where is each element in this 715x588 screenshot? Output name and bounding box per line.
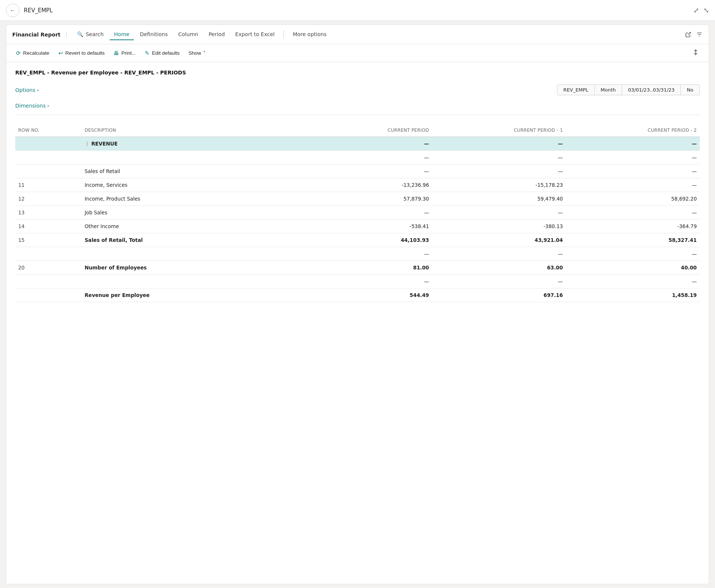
cell-current-period: — xyxy=(317,206,432,220)
cell-current-period-2: — xyxy=(566,247,700,261)
col-header-current-period-1: CURRENT PERIOD - 1 xyxy=(432,124,566,137)
report-heading: REV_EMPL - Revenue per Employee - REV_EM… xyxy=(15,70,700,76)
cell-current-period-1: 63.00 xyxy=(432,261,566,275)
option-badge-date-range[interactable]: 03/01/23..03/31/23 xyxy=(622,84,681,95)
cell-row-no xyxy=(15,151,81,164)
drag-handle-icon[interactable]: ⋮ xyxy=(84,141,90,147)
fullscreen-icon[interactable]: ⤡ xyxy=(703,6,709,14)
cell-current-period: -538.41 xyxy=(317,220,432,233)
table-row: 15Sales of Retail, Total44,103.9343,921.… xyxy=(15,233,700,247)
action-bar: ⟳ Recalculate ↩ Revert to defaults 🖶 Pri… xyxy=(6,44,709,62)
cell-current-period-2: 40.00 xyxy=(566,261,700,275)
recalculate-button[interactable]: ⟳ Recalculate xyxy=(12,48,53,58)
pin-button[interactable] xyxy=(689,47,703,59)
cell-row-no: 11 xyxy=(15,178,81,192)
title-bar-right: ⤢ ⤡ xyxy=(693,6,709,14)
options-row: Options › REV_EMPL Month 03/01/23..03/31… xyxy=(15,84,700,95)
cell-row-no: 13 xyxy=(15,206,81,220)
cell-row-no xyxy=(15,137,81,151)
nav-item-home[interactable]: Home xyxy=(110,29,134,40)
nav-item-search[interactable]: 🔍 Search xyxy=(73,29,108,40)
cell-current-period-2: — xyxy=(566,178,700,192)
edit-defaults-button[interactable]: ✎ Edit defaults xyxy=(141,48,183,58)
cell-current-period-1: 43,921.04 xyxy=(432,233,566,247)
table-row: 13Job Sales——— xyxy=(15,206,700,220)
search-icon: 🔍 xyxy=(77,31,83,37)
cell-current-period-1: — xyxy=(432,206,566,220)
cell-row-no xyxy=(15,164,81,178)
print-icon: 🖶 xyxy=(113,50,119,56)
show-button[interactable]: Show ˅ xyxy=(185,48,210,58)
cell-current-period-2: — xyxy=(566,206,700,220)
print-button[interactable]: 🖶 Print... xyxy=(110,48,140,58)
nav-right xyxy=(685,31,703,38)
cell-description: Other Income xyxy=(81,220,317,233)
table-row: 20Number of Employees81.0063.0040.00 xyxy=(15,261,700,275)
cell-description: Sales of Retail xyxy=(81,164,317,178)
cell-current-period-1: — xyxy=(432,164,566,178)
nav-home-label: Home xyxy=(114,31,129,37)
cell-current-period-1: — xyxy=(432,275,566,288)
cell-description: Job Sales xyxy=(81,206,317,220)
dimensions-label[interactable]: Dimensions › xyxy=(15,103,700,109)
cell-row-no: 15 xyxy=(15,233,81,247)
cell-current-period-2: 58,327.41 xyxy=(566,233,700,247)
cell-description xyxy=(81,247,317,261)
nav-item-definitions[interactable]: Definitions xyxy=(135,29,172,40)
nav-export-label: Export to Excel xyxy=(235,31,275,37)
nav-item-column[interactable]: Column xyxy=(174,29,203,40)
show-chevron-icon: ˅ xyxy=(203,50,206,56)
share-icon[interactable] xyxy=(685,31,692,38)
cell-description: Income, Services xyxy=(81,178,317,192)
cell-current-period-1: 697.16 xyxy=(432,288,566,302)
cell-row-no xyxy=(15,247,81,261)
options-badges: REV_EMPL Month 03/01/23..03/31/23 No xyxy=(557,84,700,95)
cell-description xyxy=(81,275,317,288)
cell-current-period-1: -380.13 xyxy=(432,220,566,233)
cell-current-period-2: — xyxy=(566,137,700,151)
data-table: Row No. Description CURRENT PERIOD CURRE… xyxy=(15,124,700,302)
table-row: Sales of Retail——— xyxy=(15,164,700,178)
pin-icon xyxy=(692,49,699,57)
nav-item-export[interactable]: Export to Excel xyxy=(231,29,279,40)
cell-description: Revenue per Employee xyxy=(81,288,317,302)
cell-description: Sales of Retail, Total xyxy=(81,233,317,247)
col-header-current-period-2: CURRENT PERIOD - 2 xyxy=(566,124,700,137)
cell-description xyxy=(81,151,317,164)
show-label: Show xyxy=(189,50,201,56)
report-body: REV_EMPL - Revenue per Employee - REV_EM… xyxy=(6,62,709,310)
nav-item-more[interactable]: More options xyxy=(288,29,331,40)
cell-current-period: 57,879.30 xyxy=(317,192,432,206)
revert-label: Revert to defaults xyxy=(65,50,105,56)
cell-current-period-1: 59,479.40 xyxy=(432,192,566,206)
recalculate-label: Recalculate xyxy=(23,50,49,56)
cell-current-period: — xyxy=(317,137,432,151)
cell-current-period-1: — xyxy=(432,151,566,164)
col-header-row-no: Row No. xyxy=(15,124,81,137)
option-badge-no[interactable]: No xyxy=(681,84,700,95)
edit-defaults-label: Edit defaults xyxy=(152,50,179,56)
financial-report-label: Financial Report xyxy=(12,32,67,38)
cell-current-period-2: — xyxy=(566,151,700,164)
nav-more-label: More options xyxy=(293,31,327,37)
title-bar-left: ← REV_EMPL xyxy=(6,4,52,17)
expand-icon[interactable]: ⤢ xyxy=(693,6,699,14)
cell-description: Income, Product Sales xyxy=(81,192,317,206)
option-badge-rev-empl[interactable]: REV_EMPL xyxy=(557,84,594,95)
nav-search-label: Search xyxy=(86,31,103,37)
nav-item-period[interactable]: Period xyxy=(204,29,230,40)
table-row: ——— xyxy=(15,151,700,164)
nav-separator xyxy=(283,30,284,39)
revert-icon: ↩ xyxy=(58,50,63,57)
option-badge-month[interactable]: Month xyxy=(595,84,622,95)
revert-button[interactable]: ↩ Revert to defaults xyxy=(55,48,109,58)
dimensions-label-text: Dimensions xyxy=(15,103,46,109)
edit-icon: ✎ xyxy=(145,50,150,57)
options-label[interactable]: Options › xyxy=(15,87,557,93)
filter-icon[interactable] xyxy=(696,31,703,38)
cell-current-period-2: — xyxy=(566,164,700,178)
back-button[interactable]: ← xyxy=(6,4,19,17)
cell-current-period-1: — xyxy=(432,247,566,261)
top-nav: Financial Report 🔍 Search Home Definitio… xyxy=(6,25,709,44)
cell-current-period: -13,236.96 xyxy=(317,178,432,192)
